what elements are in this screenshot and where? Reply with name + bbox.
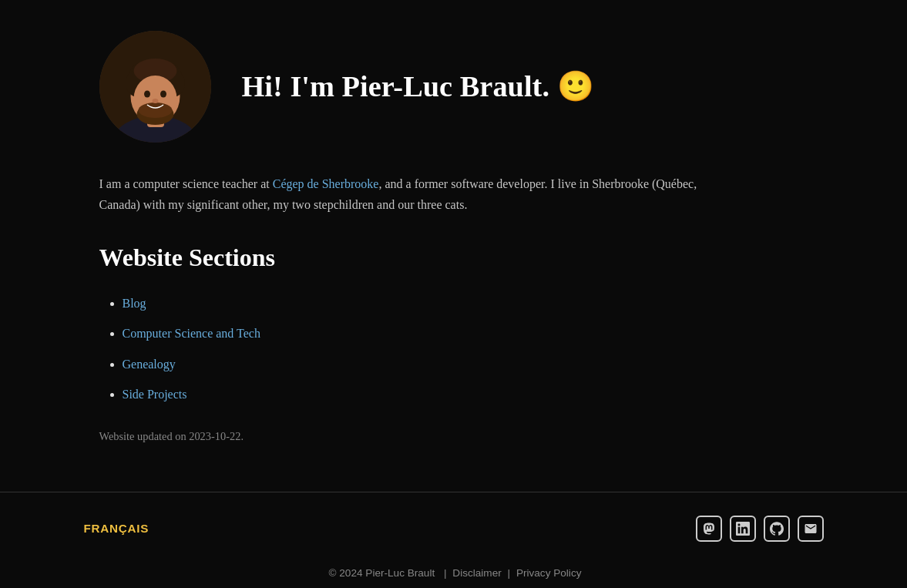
privacy-link[interactable]: Privacy Policy: [516, 567, 582, 579]
github-icon[interactable]: [764, 516, 790, 542]
francais-link[interactable]: FRANÇAIS: [84, 522, 149, 535]
footer: FRANÇAIS: [84, 508, 824, 549]
avatar: [99, 31, 211, 143]
sections-list: Blog Computer Science and Tech Genealogy…: [99, 294, 808, 405]
copyright-text: © 2024 Pier-Luc Brault: [329, 567, 435, 579]
footer-icons: [696, 516, 824, 542]
cs-tech-link[interactable]: Computer Science and Tech: [123, 327, 260, 340]
avatar-container: [99, 31, 211, 143]
disclaimer-link[interactable]: Disclaimer: [452, 567, 501, 579]
list-item: Side Projects: [123, 385, 808, 405]
side-projects-link[interactable]: Side Projects: [123, 388, 187, 401]
svg-point-13: [152, 99, 158, 103]
list-item: Computer Science and Tech: [123, 324, 808, 344]
genealogy-link[interactable]: Genealogy: [123, 358, 176, 371]
separator-2: |: [508, 567, 513, 579]
cegep-link[interactable]: Cégep de Sherbrooke: [273, 177, 379, 190]
sections-heading: Website Sections: [99, 238, 808, 277]
mastodon-icon[interactable]: [696, 516, 722, 542]
hero-title-text: Hi! I'm Pier-Luc Brault.: [242, 70, 549, 102]
svg-point-12: [138, 102, 172, 118]
hero-section: Hi! I'm Pier-Luc Brault. 🙂: [99, 31, 808, 143]
separator-1: |: [444, 567, 449, 579]
list-item: Blog: [123, 294, 808, 314]
hero-title: Hi! I'm Pier-Luc Brault. 🙂: [242, 63, 594, 110]
linkedin-icon[interactable]: [730, 516, 756, 542]
intro-paragraph: I am a computer science teacher at Cégep…: [99, 173, 731, 215]
intro-text-before-link: I am a computer science teacher at: [99, 177, 273, 190]
list-item: Genealogy: [123, 354, 808, 375]
footer-bottom: © 2024 Pier-Luc Brault | Disclaimer | Pr…: [0, 549, 907, 588]
email-icon[interactable]: [798, 516, 824, 542]
svg-point-9: [144, 91, 150, 98]
svg-point-10: [160, 91, 166, 98]
footer-divider: [0, 492, 907, 492]
blog-link[interactable]: Blog: [123, 297, 146, 310]
hero-emoji: 🙂: [557, 70, 594, 102]
hero-text: Hi! I'm Pier-Luc Brault. 🙂: [242, 63, 594, 110]
update-text: Website updated on 2023-10-22.: [99, 428, 808, 445]
footer-lang: FRANÇAIS: [84, 519, 149, 539]
